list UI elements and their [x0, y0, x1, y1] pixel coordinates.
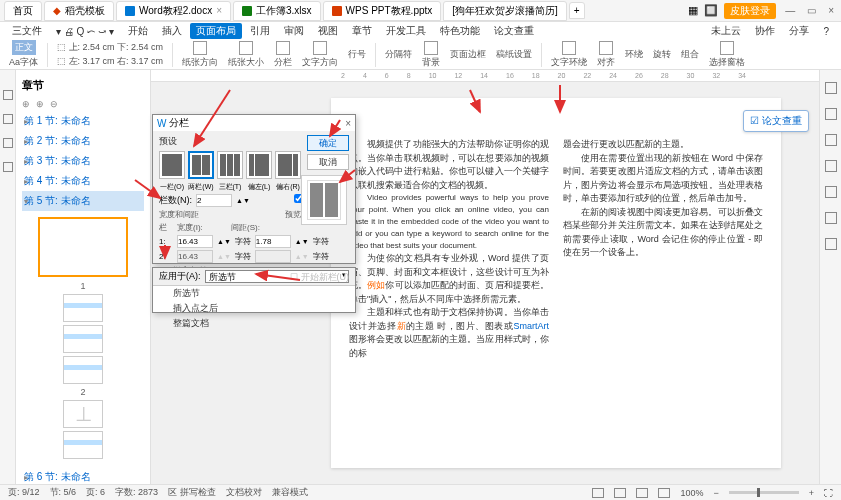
select-icon[interactable] — [825, 134, 837, 146]
preset-two[interactable] — [188, 151, 214, 179]
tab-add[interactable]: + — [569, 2, 585, 19]
page-thumb-1[interactable] — [38, 217, 128, 277]
tab-xls[interactable]: 工作簿3.xlsx — [233, 1, 321, 21]
ribbon-bg[interactable]: 背景 — [419, 41, 443, 69]
spacing-1-input[interactable] — [255, 235, 291, 248]
ribbon-paper[interactable]: 稿纸设置 — [493, 48, 535, 61]
mini-thumb[interactable] — [63, 431, 103, 459]
help-icon[interactable]: ? — [817, 25, 835, 38]
sidebar-icon-4[interactable] — [3, 162, 13, 172]
applyto-option[interactable]: 所选节 — [153, 286, 355, 301]
ribbon-group[interactable]: 组合 — [678, 48, 702, 61]
view-outline-icon[interactable] — [614, 488, 626, 498]
menu-review[interactable]: 审阅 — [278, 23, 310, 39]
applyto-option[interactable]: 整篇文档 — [153, 316, 355, 331]
ribbon-textdir[interactable]: 文字方向 — [299, 41, 341, 69]
grid-icon[interactable]: ▦ — [688, 4, 698, 17]
outline-del-icon[interactable]: ⊖ — [50, 99, 58, 109]
sidebar-icon-2[interactable] — [3, 114, 13, 124]
thesis-check-button[interactable]: ☑ 论文查重 — [743, 110, 809, 132]
xml-icon[interactable] — [825, 238, 837, 250]
ribbon-wrap[interactable]: 文字环绕 — [548, 41, 590, 69]
menu-thesis[interactable]: 论文查重 — [488, 23, 540, 39]
close-window-icon[interactable]: × — [825, 5, 837, 16]
outline-add-icon[interactable]: ⊕ — [22, 99, 30, 109]
status-pagex[interactable]: 页: 6 — [86, 486, 105, 499]
tab-other[interactable]: [狗年狂欢贺岁滚播简历] — [443, 1, 567, 21]
status-compat[interactable]: 兼容模式 — [272, 486, 308, 499]
share[interactable]: 分享 — [783, 23, 815, 39]
outline-item[interactable]: ▸第 3 节: 未命名 — [22, 151, 144, 171]
outline-add2-icon[interactable]: ⊕ — [36, 99, 44, 109]
ribbon-theme[interactable]: 正文Aa字体 — [6, 40, 41, 69]
outline-item-selected[interactable]: ▾第 5 节: 未命名 — [22, 191, 144, 211]
document-page[interactable]: 视频提供了功能强大的方法帮助你证明你的观点。当你单击联机视频时，可以在想要添加的… — [331, 98, 781, 468]
view-page-icon[interactable] — [592, 488, 604, 498]
ribbon-wrap2[interactable]: 环绕 — [622, 48, 646, 61]
prop-icon[interactable] — [825, 82, 837, 94]
zoom-out-icon[interactable]: − — [713, 488, 718, 498]
menu-insert[interactable]: 插入 — [156, 23, 188, 39]
ribbon-orient[interactable]: 纸张方向 — [179, 41, 221, 69]
preset-three[interactable] — [217, 151, 243, 179]
ribbon-align[interactable]: 对齐 — [594, 41, 618, 69]
menu-start[interactable]: 开始 — [122, 23, 154, 39]
zoom-value[interactable]: 100% — [680, 488, 703, 498]
width-1-input[interactable] — [177, 235, 213, 248]
ribbon-margins[interactable]: ⬚ 上: 2.54 cm 下: 2.54 cm ⬚ 左: 3.17 cm 右: … — [54, 41, 166, 68]
tab-home[interactable]: 首页 — [4, 1, 42, 21]
mini-thumb[interactable] — [63, 325, 103, 353]
status-doc[interactable]: 文档校对 — [226, 486, 262, 499]
view-read-icon[interactable] — [658, 488, 670, 498]
mini-thumb[interactable] — [63, 356, 103, 384]
check-icon[interactable] — [825, 186, 837, 198]
restore-icon[interactable]: ▭ — [804, 5, 819, 16]
status-spell[interactable]: 区 拼写检查 — [168, 486, 216, 499]
skin-button[interactable]: 皮肤登录 — [724, 3, 776, 19]
status-page[interactable]: 页: 9/12 — [8, 486, 40, 499]
zoom-slider[interactable] — [729, 491, 799, 494]
preset-left[interactable] — [246, 151, 272, 179]
view-web-icon[interactable] — [636, 488, 648, 498]
menu-pagelayout[interactable]: 页面布局 — [190, 23, 242, 39]
ok-button[interactable]: 确定 — [307, 135, 349, 151]
menu-ref[interactable]: 引用 — [244, 23, 276, 39]
cols-input[interactable] — [196, 194, 232, 207]
sidebar-icon-3[interactable] — [3, 138, 13, 148]
outline-item[interactable]: ▸第 2 节: 未命名 — [22, 131, 144, 151]
preset-right[interactable] — [275, 151, 301, 179]
tab-template[interactable]: ◆稻壳模板 — [44, 1, 114, 21]
cancel-button[interactable]: 取消 — [307, 154, 349, 170]
horizontal-ruler[interactable]: 246810121416182022242628303234 — [151, 70, 819, 82]
status-words[interactable]: 字数: 2873 — [115, 486, 158, 499]
mini-thumb[interactable] — [63, 294, 103, 322]
dialog-titlebar[interactable]: W 分栏 × — [153, 115, 355, 131]
outline-item[interactable]: ▸第 4 节: 未命名 — [22, 171, 144, 191]
limit-icon[interactable] — [825, 160, 837, 172]
min-icon[interactable]: — — [782, 5, 798, 16]
menu-dev[interactable]: 开发工具 — [380, 23, 432, 39]
menu-section[interactable]: 章节 — [346, 23, 378, 39]
applyto-option[interactable]: 插入点之后 — [153, 301, 355, 316]
tab-doc-active[interactable]: Word教程2.docx× — [116, 1, 231, 21]
menu-view[interactable]: 视图 — [312, 23, 344, 39]
tab-ppt[interactable]: WPS PPT教程.pptx — [323, 1, 442, 21]
preset-one[interactable] — [159, 151, 185, 179]
ribbon-size[interactable]: 纸张大小 — [225, 41, 267, 69]
fullscreen-icon[interactable]: ⛶ — [824, 488, 833, 498]
qat-icons[interactable]: ▾ 🖨 Q ⤺ ⤻ ▾ — [50, 25, 120, 38]
ribbon-rotate[interactable]: 旋转 — [650, 48, 674, 61]
ribbon-break[interactable]: 分隔符 — [382, 48, 415, 61]
dialog-close-icon[interactable]: × — [345, 118, 351, 129]
status-section[interactable]: 节: 5/6 — [50, 486, 77, 499]
ribbon-lineno[interactable]: 行号 — [345, 48, 369, 61]
collab[interactable]: 协作 — [749, 23, 781, 39]
wps-icon[interactable]: 🔲 — [704, 4, 718, 17]
ribbon-columns[interactable]: 分栏 — [271, 41, 295, 69]
menu-file[interactable]: 三文件 — [6, 23, 48, 39]
ribbon-select[interactable]: 选择窗格 — [706, 41, 748, 69]
style-icon[interactable] — [825, 108, 837, 120]
mini-thumb[interactable]: ⊥ — [63, 400, 103, 428]
cloud-status[interactable]: 未上云 — [705, 23, 747, 39]
sidebar-icon-1[interactable] — [3, 90, 13, 100]
